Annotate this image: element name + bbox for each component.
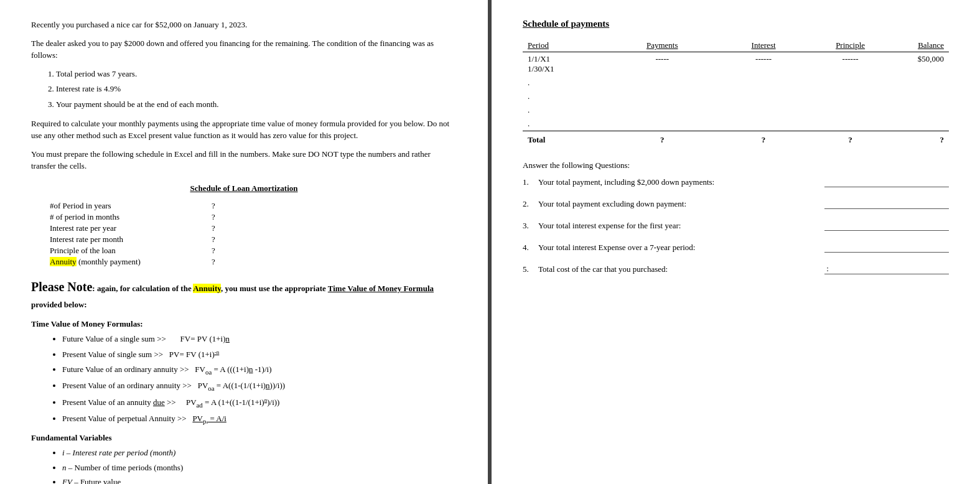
col-balance: Balance xyxy=(888,39,949,52)
cell-dot-3: . xyxy=(523,103,584,117)
time-value-title: Time Value of Money Formulas: xyxy=(31,319,457,329)
question-row-4: 4. Your total interest Expense over a 7-… xyxy=(523,242,949,253)
formula-name-4: Present Value of an annuity due >> xyxy=(62,398,176,407)
formula-2: FVoa = A (((1+i)n -1)/i) xyxy=(195,365,271,374)
q-line-1: Your total payment, including $2,000 dow… xyxy=(538,177,949,187)
q-text-2: Your total payment excluding down paymen… xyxy=(538,199,686,209)
q-num-1: 1. xyxy=(523,177,538,187)
instruction-paragraph-2: You must prepare the following schedule … xyxy=(31,148,457,172)
col-payments: Payments xyxy=(584,39,708,52)
q-text-5: Total cost of the car that you purchased… xyxy=(538,264,668,274)
table-row-dot-1: . xyxy=(523,76,949,90)
formula-item-5: Present Value of perpetual Annuity >> PV… xyxy=(62,412,457,427)
answer-dots-1 xyxy=(824,177,949,187)
q-num-2: 2. xyxy=(523,199,538,209)
fundamentals-list: i – Interest rate per period (month) n –… xyxy=(62,447,457,484)
questions-title: Answer the following Questions: xyxy=(523,159,949,172)
fundamental-title: Fundamental Variables xyxy=(31,433,457,443)
condition-item-1: Total period was 7 years. xyxy=(56,68,457,81)
q-content-3: Your total interest expense for the firs… xyxy=(538,220,949,231)
table-row-1: 1/1/X1 1/30/X1 ----- ------ ------ $50,0… xyxy=(523,52,949,77)
cell-dot-4: . xyxy=(523,117,584,131)
schedule-payments-title: Schedule of payments xyxy=(523,19,949,29)
q-content-5: Total cost of the car that you purchased… xyxy=(538,264,949,274)
loan-row-2: Interest rate per year ? xyxy=(50,223,457,233)
please-note: Please Note: again, for calculation of t… xyxy=(31,277,457,312)
answer-dots-4 xyxy=(824,242,949,253)
formula-5: PVp. = A/i xyxy=(192,414,226,423)
formula-item-0: Future Value of a single sum >> FV= PV (… xyxy=(62,333,457,346)
fundamental-text-1: n xyxy=(62,463,67,472)
period-date-1: 1/1/X1 xyxy=(528,54,579,64)
please-note-end: , you must use the appropriate xyxy=(221,284,328,293)
please-note-last: provided below: xyxy=(31,300,87,309)
q-content-4: Your total interest Expense over a 7-yea… xyxy=(538,242,949,253)
col-principle: Principle xyxy=(799,39,888,52)
loan-row-0: #of Period in years ? xyxy=(50,201,457,211)
please-note-formula: Time Value of Money Formula xyxy=(328,284,434,293)
cell-total-balance: ? xyxy=(888,131,949,147)
please-note-rest: : again, for calculation of the xyxy=(92,284,193,293)
q-content-2: Your total payment excluding down paymen… xyxy=(538,198,949,209)
loan-label-1: # of period in months xyxy=(50,212,212,222)
left-panel: Recently you purchased a nice car for $5… xyxy=(0,0,492,484)
formula-4: PVad = A (1+((1-1/(1+i)n)/i)) xyxy=(186,398,279,407)
cell-total-interest: ? xyxy=(708,131,799,147)
cell-principle-1: ------ xyxy=(799,52,888,77)
answer-dots-2 xyxy=(824,198,949,209)
question-row-1: 1. Your total payment, including $2,000 … xyxy=(523,177,949,187)
loan-value-2: ? xyxy=(212,223,215,233)
loan-row-5: Annuity (monthly payment) ? xyxy=(50,257,457,267)
annuity-highlight: Annuity xyxy=(50,257,77,266)
loan-value-0: ? xyxy=(212,201,215,211)
q-num-5: 5. xyxy=(523,264,538,274)
cell-dot-2: . xyxy=(523,90,584,103)
q-text-4: Your total interest Expense over a 7-yea… xyxy=(538,243,695,253)
answer-dots-5: : xyxy=(824,264,949,274)
loan-label-4: Principle of the loan xyxy=(50,246,212,256)
table-row-dot-3: . xyxy=(523,103,949,117)
instruction-paragraph-1: Required to calculate your monthly payme… xyxy=(31,118,457,142)
intro-paragraph-1: Recently you purchased a nice car for $5… xyxy=(31,19,457,31)
table-total-row: Total ? ? ? ? xyxy=(523,131,949,147)
col-period: Period xyxy=(523,39,584,52)
q-line-3: Your total interest expense for the firs… xyxy=(538,220,949,231)
fundamental-1: n – Number of time periods (months) xyxy=(62,462,457,475)
q-line-5: Total cost of the car that you purchased… xyxy=(538,264,949,274)
formula-name-2: Future Value of an ordinary annuity >> xyxy=(62,365,189,374)
formula-0: FV= PV (1+i)n xyxy=(180,334,230,343)
cell-payments-1: ----- xyxy=(584,52,708,77)
formula-3: PVoa = A((1-(1/(1+i)n))/i)) xyxy=(198,381,285,390)
schedule-table: Period Payments Interest Principle Balan… xyxy=(523,39,949,147)
formula-name-3: Present Value of an ordinary annuity >> xyxy=(62,381,192,390)
q-text-3: Your total interest expense for the firs… xyxy=(538,221,681,231)
condition-item-3: Your payment should be at the end of eac… xyxy=(56,98,457,111)
cell-balance-1: $50,000 xyxy=(888,52,949,77)
formula-1: PV= FV (1+i)-n xyxy=(169,350,219,359)
table-row-dot-2: . xyxy=(523,90,949,103)
question-row-2: 2. Your total payment excluding down pay… xyxy=(523,198,949,209)
loan-value-4: ? xyxy=(212,246,215,256)
conditions-list: Total period was 7 years. Interest rate … xyxy=(56,68,457,111)
fundamental-2: FV – Future value xyxy=(62,476,457,484)
right-panel: Schedule of payments Period Payments Int… xyxy=(492,0,980,484)
questions-section: Answer the following Questions: 1. Your … xyxy=(523,159,949,274)
formula-item-2: Future Value of an ordinary annuity >> F… xyxy=(62,363,457,378)
cell-interest-1: ------ xyxy=(708,52,799,77)
cell-total-payments: ? xyxy=(584,131,708,147)
formula-item-3: Present Value of an ordinary annuity >> … xyxy=(62,379,457,394)
condition-item-2: Interest rate is 4.9% xyxy=(56,83,457,96)
loan-value-1: ? xyxy=(212,212,215,222)
annuity-suffix: (monthly payment) xyxy=(78,257,141,266)
q-line-4: Your total interest Expense over a 7-yea… xyxy=(538,242,949,253)
table-header-row: Period Payments Interest Principle Balan… xyxy=(523,39,949,52)
schedule-title: Schedule of Loan Amortization xyxy=(31,184,457,193)
fundamental-text-0: i – Interest rate per period (month) xyxy=(62,448,175,457)
loan-label-5: Annuity (monthly payment) xyxy=(50,257,212,267)
formulas-list: Future Value of a single sum >> FV= PV (… xyxy=(62,333,457,427)
q-num-4: 4. xyxy=(523,243,538,253)
col-interest: Interest xyxy=(708,39,799,52)
formula-name-1: Present Value of single sum >> xyxy=(62,350,163,359)
loan-value-5: ? xyxy=(212,257,215,267)
cell-total-principle: ? xyxy=(799,131,888,147)
